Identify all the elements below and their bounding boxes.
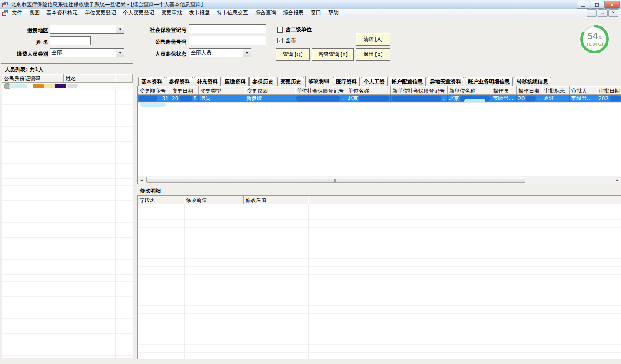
- menu-card-info-exchange[interactable]: 持卡信息交互: [213, 8, 252, 17]
- chevron-down-icon[interactable]: ▼: [116, 49, 124, 57]
- col-value-after[interactable]: 修改后值: [244, 196, 308, 204]
- tab-transfer-continuation[interactable]: 转移接续信息: [514, 77, 551, 86]
- advanced-query-button[interactable]: 高级查询[Y]: [312, 48, 354, 61]
- download-progress-widget[interactable]: 54% ↓0.04K/s: [580, 25, 609, 53]
- horizontal-scrollbar[interactable]: ◄ ►: [138, 176, 621, 184]
- col-operator[interactable]: 操作员: [491, 86, 517, 95]
- citizen-id-input[interactable]: [189, 36, 266, 45]
- mdi-minimize-button[interactable]: –: [587, 9, 597, 17]
- col-unit-name[interactable]: 单位名称: [346, 86, 391, 95]
- name-input[interactable]: [50, 36, 91, 45]
- tab-change-history[interactable]: 变更历史: [277, 77, 304, 86]
- person-list-table: 公民身份证编码 姓名: [2, 74, 133, 358]
- selected-change-row[interactable]: 31 20 5 增员 新参统 .. 北京 .. 北京: [138, 95, 621, 102]
- col-approval-date[interactable]: 审批日期: [597, 86, 621, 95]
- column-header-citizen-id[interactable]: 公民身份证编码: [2, 74, 64, 83]
- include-secondary-checkbox[interactable]: 含二级单位: [277, 26, 312, 33]
- col-change-type[interactable]: 变更类型: [199, 86, 245, 95]
- name-label: 姓 名: [5, 39, 48, 46]
- menu-unit-change-reg[interactable]: 单位变更登记: [81, 8, 120, 17]
- restore-button[interactable]: [591, 1, 604, 9]
- col-operate-date[interactable]: 操作日期: [517, 86, 542, 95]
- col-value-before[interactable]: 修改前值: [184, 196, 244, 204]
- tab-payable-info[interactable]: 应缴资料: [222, 77, 249, 86]
- tab-basic-info[interactable]: 基本资料: [138, 77, 165, 86]
- col-change-reason[interactable]: 变更原因: [245, 86, 295, 95]
- tab-modify-detail[interactable]: 修改明细: [305, 76, 332, 87]
- mdi-close-button[interactable]: ✕: [608, 9, 618, 17]
- menu-basic-data-check[interactable]: 基本资料核定: [43, 8, 81, 17]
- column-header-blank[interactable]: [115, 74, 133, 83]
- redaction-mark: [464, 99, 485, 102]
- change-record-grid: 变更顺序号 变更日期 变更类型 变更原因 单位社会保险登记号 单位名称 新单位社…: [137, 86, 621, 184]
- menu-file[interactable]: 文件: [8, 8, 26, 17]
- redaction-mark: [67, 84, 78, 88]
- redaction-mark: [44, 84, 55, 88]
- menu-comprehensive-query[interactable]: 综合查询: [252, 8, 279, 17]
- ssn-input[interactable]: [189, 24, 266, 33]
- col-new-unit-ssn[interactable]: 新单位社会保险登记号: [391, 86, 448, 95]
- whole-city-checkbox[interactable]: ✓ 全市: [277, 37, 296, 44]
- menu-card-report[interactable]: 发卡报盘: [186, 8, 213, 17]
- app-icon: [2, 2, 8, 7]
- menu-view[interactable]: 视图: [26, 8, 43, 17]
- status-combobox[interactable]: 全部人员 ▼: [189, 48, 251, 57]
- tab-account-config[interactable]: 帐户配置信息: [389, 77, 426, 86]
- tab-remote-placement[interactable]: 异地安置资料: [427, 77, 464, 86]
- checkbox-unchecked-icon[interactable]: [277, 27, 283, 33]
- person-list-title: 人员列表: 共1人: [1, 63, 133, 73]
- percent-value: 54: [588, 31, 598, 41]
- col-change-date[interactable]: 变更日期: [170, 86, 199, 95]
- scroll-left-icon[interactable]: ◄: [138, 177, 145, 183]
- window-title: 北京市医疗保险信息系统社保收缴子系统—登记岗 - [综合查询—个人基本信息查询]: [11, 1, 203, 8]
- menu-change-approval[interactable]: 变更审批: [158, 8, 186, 17]
- application-window: 北京市医疗保险信息系统社保收缴子系统—登记岗 - [综合查询—个人基本信息查询]…: [0, 0, 621, 364]
- column-header-name[interactable]: 姓名: [64, 74, 115, 83]
- chevron-down-icon[interactable]: ▼: [243, 49, 251, 57]
- menu-comprehensive-report[interactable]: 综合报表: [279, 8, 307, 17]
- col-approval-flag[interactable]: 审批标志: [542, 86, 570, 95]
- close-button[interactable]: ✕: [604, 1, 620, 9]
- menu-bar: 文件 视图 基本资料核定 单位变更登记 个人变更登记 变更审批 发卡报盘 持卡信…: [0, 9, 621, 17]
- mdi-child-icon[interactable]: [2, 10, 8, 16]
- tab-medical-info[interactable]: 医疗资料: [333, 77, 360, 86]
- redaction-mark: [392, 96, 441, 101]
- menu-window[interactable]: 窗口: [307, 8, 325, 17]
- clear-button[interactable]: 清屏[A]: [356, 33, 390, 46]
- scrollbar-thumb[interactable]: [146, 177, 525, 183]
- col-field-name[interactable]: 字段名: [138, 196, 184, 204]
- chevron-down-icon[interactable]: ▼: [116, 25, 124, 33]
- person-row[interactable]: [2, 83, 133, 90]
- tab-personal-salary[interactable]: 个人工资: [361, 77, 388, 86]
- ssn-label: 社会保险登记号: [138, 26, 186, 34]
- region-combobox[interactable]: ▼: [50, 25, 124, 34]
- category-combobox[interactable]: 全部 ▼: [50, 48, 124, 57]
- tab-insured-history[interactable]: 参保历史: [249, 77, 276, 86]
- col-unit-ssn[interactable]: 单位社会保险登记号: [295, 86, 346, 95]
- detail-tab-strip: 基本资料 参保资料 补充资料 应缴资料 参保历史 变更历史 修改明细 医疗资料 …: [138, 75, 552, 86]
- query-button[interactable]: 查询[Q]: [276, 48, 310, 61]
- menu-person-change-reg[interactable]: 个人变更登记: [120, 8, 158, 17]
- menu-help[interactable]: 帮助: [325, 8, 342, 17]
- title-bar[interactable]: 北京市医疗保险信息系统社保收缴子系统—登记岗 - [综合查询—个人基本信息查询]…: [0, 0, 621, 9]
- mdi-restore-button[interactable]: ❐: [598, 9, 608, 17]
- redaction-mark: [359, 96, 389, 101]
- redaction-mark: [179, 96, 192, 101]
- tab-supplement-info[interactable]: 补充资料: [194, 77, 221, 86]
- col-blank[interactable]: [308, 196, 621, 204]
- tab-insured-info[interactable]: 参保资料: [166, 77, 193, 86]
- region-label: 缴费地区: [5, 27, 48, 34]
- redaction-mark: [140, 103, 166, 107]
- checkbox-checked-icon[interactable]: ✓: [277, 38, 283, 43]
- col-change-seq[interactable]: 变更顺序号: [138, 86, 170, 95]
- exit-button[interactable]: 退出[X]: [356, 48, 390, 61]
- scroll-right-icon[interactable]: ►: [614, 177, 621, 183]
- redaction-mark: [55, 84, 66, 88]
- tab-account-business-detail[interactable]: 账户业务明细信息: [465, 77, 513, 86]
- citizen-id-label: 公民身份号码: [138, 38, 186, 46]
- col-approver[interactable]: 审批人: [570, 86, 597, 95]
- redaction-mark: [296, 96, 340, 101]
- percent-sign: %: [598, 35, 601, 40]
- minimize-button[interactable]: [577, 1, 590, 9]
- col-new-unit-name[interactable]: 新单位名称: [448, 86, 491, 95]
